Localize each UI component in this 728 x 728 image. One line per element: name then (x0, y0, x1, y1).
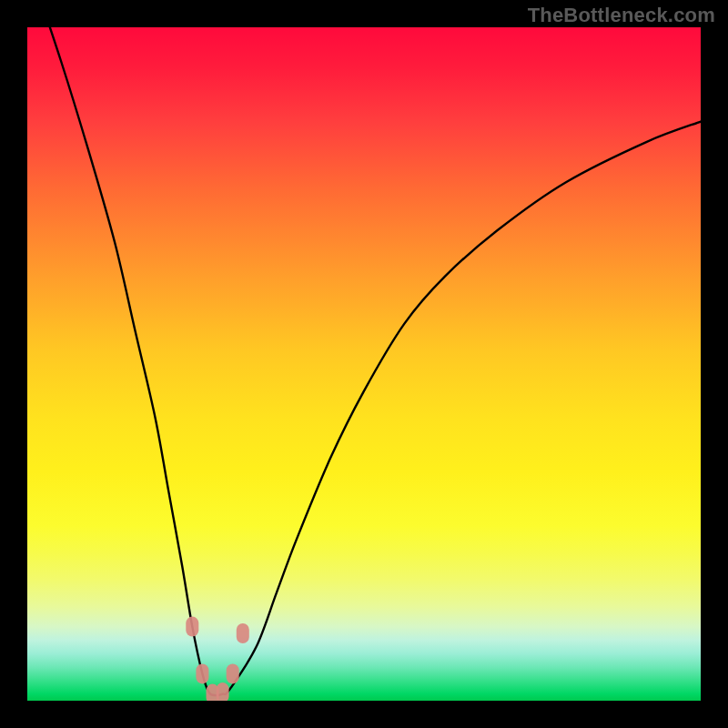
plot-area (27, 27, 701, 701)
bottleneck-curve (27, 27, 701, 695)
chart-frame: TheBottleneck.com (0, 0, 728, 728)
marker-2 (196, 663, 208, 683)
marker-4 (217, 682, 229, 701)
markers-group (186, 617, 248, 701)
marker-6 (237, 623, 249, 643)
watermark-text: TheBottleneck.com (528, 4, 715, 27)
marker-5 (227, 663, 239, 683)
curve-layer (27, 27, 701, 701)
marker-1 (186, 617, 198, 637)
